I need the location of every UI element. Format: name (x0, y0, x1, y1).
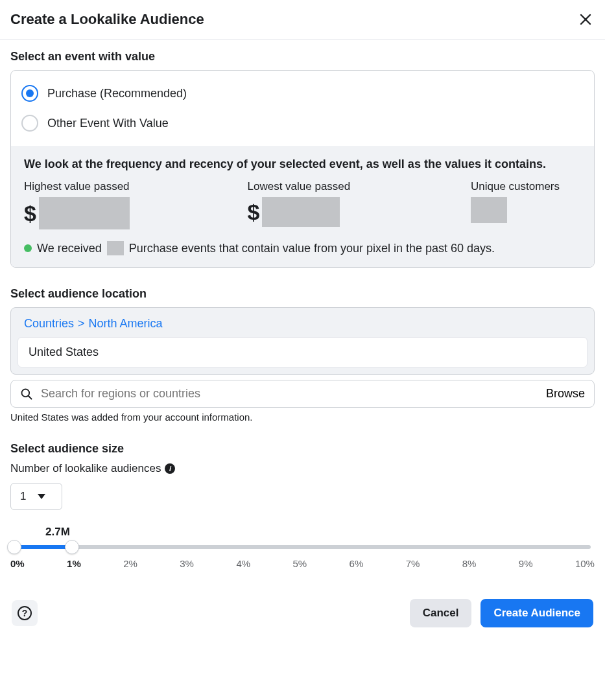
tick-label: 2% (123, 558, 137, 569)
svg-line-1 (29, 395, 32, 399)
dialog-title: Create a Lookalike Audience (10, 11, 204, 28)
location-hint: United States was added from your accoun… (10, 412, 595, 423)
slider-fill (14, 545, 72, 549)
summary-suffix: Purchase events that contain value from … (129, 242, 495, 255)
help-icon: ? (18, 606, 32, 620)
tick-label: 3% (180, 558, 194, 569)
help-button[interactable]: ? (12, 600, 38, 626)
event-option-label: Other Event With Value (47, 117, 169, 130)
location-search-row: Browse (10, 380, 595, 408)
slider-wrap: 2.7M 0% 1% 2% 3% 4% 5% 6% 7% 8% 9% 10% (14, 526, 591, 569)
audience-count-select[interactable]: 1 (10, 483, 62, 510)
event-summary: We received Purchase events that contain… (24, 241, 581, 255)
breadcrumb-region[interactable]: North America (89, 317, 163, 331)
unique-customers-label: Unique customers (471, 180, 581, 193)
event-section-title: Select an event with value (10, 50, 595, 64)
event-box: Purchase (Recommended) Other Event With … (10, 70, 595, 268)
dollar-icon: $ (24, 201, 36, 226)
summary-prefix: We received (37, 242, 102, 255)
count-value: 1 (20, 490, 26, 503)
browse-button[interactable]: Browse (546, 387, 585, 401)
breadcrumb-root[interactable]: Countries (24, 317, 74, 331)
create-audience-button[interactable]: Create Audience (480, 599, 593, 627)
location-tag[interactable]: United States (18, 337, 587, 368)
size-section-title: Select audience size (10, 442, 595, 456)
size-subtitle-row: Number of lookalike audiences i (10, 462, 595, 475)
tick-label: 10% (575, 558, 595, 569)
tick-label: 1% (67, 558, 81, 569)
radio-icon (21, 115, 38, 132)
redacted-value (107, 241, 124, 255)
size-estimate-label: 2.7M (45, 526, 591, 539)
tick-label: 6% (350, 558, 364, 569)
size-subtitle: Number of lookalike audiences (10, 462, 161, 475)
redacted-value (262, 197, 340, 227)
slider-ticks: 0% 1% 2% 3% 4% 5% 6% 7% 8% 9% 10% (10, 558, 595, 569)
location-section-title: Select audience location (10, 287, 595, 301)
tick-label: 5% (292, 558, 307, 569)
tick-label: 9% (519, 558, 533, 569)
location-search-input[interactable] (41, 387, 538, 401)
close-button[interactable] (576, 10, 595, 29)
location-box: Countries > North America United States (10, 307, 595, 375)
cancel-button[interactable]: Cancel (410, 599, 472, 627)
location-breadcrumb: Countries > North America (18, 314, 587, 337)
slider-handle-low[interactable] (7, 540, 21, 554)
breadcrumb-separator: > (78, 317, 85, 331)
search-icon (20, 388, 33, 401)
tick-label: 8% (462, 558, 477, 569)
lowest-value-label: Lowest value passed (248, 180, 445, 193)
status-dot-icon (24, 244, 32, 252)
tick-label: 7% (406, 558, 420, 569)
slider-handle-high[interactable] (65, 540, 79, 554)
dollar-icon: $ (248, 200, 260, 225)
tick-label: 0% (10, 558, 25, 569)
event-stats-box: We look at the frequency and recency of … (11, 146, 594, 267)
event-stats-heading: We look at the frequency and recency of … (24, 158, 581, 171)
dialog-header: Create a Lookalike Audience (0, 0, 605, 40)
info-icon[interactable]: i (165, 463, 175, 474)
close-icon (579, 13, 592, 26)
redacted-value (39, 197, 130, 229)
radio-icon (21, 85, 38, 102)
event-option-purchase[interactable]: Purchase (Recommended) (21, 78, 584, 108)
highest-value-label: Highest value passed (24, 180, 222, 193)
size-slider[interactable] (14, 545, 591, 549)
event-option-label: Purchase (Recommended) (47, 87, 187, 100)
event-option-other[interactable]: Other Event With Value (21, 108, 584, 138)
tick-label: 4% (236, 558, 250, 569)
dialog-footer: ? Cancel Create Audience (0, 587, 605, 639)
event-radio-group: Purchase (Recommended) Other Event With … (11, 71, 594, 146)
redacted-value (471, 197, 507, 223)
chevron-down-icon (38, 494, 45, 499)
